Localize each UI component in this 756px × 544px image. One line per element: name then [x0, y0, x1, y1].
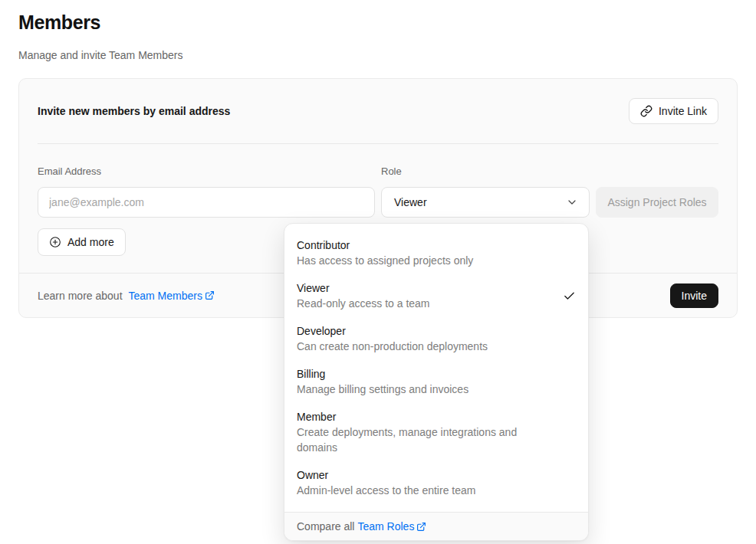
external-link-icon — [205, 290, 215, 300]
plus-circle-icon — [49, 236, 61, 248]
page-subtitle: Manage and invite Team Members — [18, 49, 738, 61]
team-members-link[interactable]: Team Members — [128, 290, 214, 302]
role-dropdown: Contributor Has access to assigned proje… — [284, 223, 589, 541]
role-option[interactable]: Member Create deployments, manage integr… — [284, 403, 588, 461]
role-option[interactable]: Viewer Read-only access to a team — [284, 274, 588, 317]
invite-button[interactable]: Invite — [670, 283, 718, 308]
role-option-description: Admin-level access to the entire team — [297, 483, 475, 498]
external-link-icon — [416, 522, 426, 532]
check-icon — [563, 290, 576, 303]
role-option-description: Read-only access to a team — [297, 296, 430, 311]
card-header: Invite new members by email address Invi… — [19, 79, 737, 143]
email-input[interactable] — [38, 187, 375, 218]
chevron-down-icon — [566, 196, 578, 208]
invite-form: Email Address Role Viewer Assign Project… — [38, 165, 718, 218]
learn-more-text: Learn more about Team Members — [38, 290, 215, 302]
invite-link-button[interactable]: Invite Link — [629, 98, 718, 124]
card-header-title: Invite new members by email address — [38, 105, 230, 117]
role-option-description: Can create non-production deployments — [297, 339, 488, 354]
role-dropdown-footer: Compare all Team Roles — [284, 512, 588, 540]
invite-link-label: Invite Link — [659, 105, 707, 117]
role-option-title: Member — [297, 409, 554, 424]
email-address-label: Email Address — [38, 165, 375, 178]
role-option-description: Manage billing settings and invoices — [297, 382, 468, 397]
role-option-description: Create deployments, manage integrations … — [297, 424, 554, 455]
add-more-label: Add more — [67, 236, 114, 248]
role-option[interactable]: Billing Manage billing settings and invo… — [284, 360, 588, 403]
role-option-title: Billing — [297, 366, 468, 382]
members-page: Members Manage and invite Team Members I… — [0, 0, 756, 544]
assign-project-roles-button[interactable]: Assign Project Roles — [596, 187, 718, 218]
page-title: Members — [18, 11, 738, 34]
role-select-value: Viewer — [394, 196, 427, 208]
compare-all-text: Compare all — [297, 520, 354, 533]
role-option[interactable]: Contributor Has access to assigned proje… — [284, 231, 588, 274]
role-option-title: Contributor — [297, 238, 473, 253]
role-options-list: Contributor Has access to assigned proje… — [284, 224, 588, 512]
role-option-title: Developer — [297, 323, 488, 339]
link-icon — [640, 105, 652, 117]
role-option-title: Owner — [297, 467, 475, 483]
role-select[interactable]: Viewer — [381, 187, 590, 218]
team-roles-link[interactable]: Team Roles — [357, 520, 426, 533]
add-more-button[interactable]: Add more — [38, 228, 126, 256]
role-label: Role — [381, 165, 590, 178]
role-option-description: Has access to assigned projects only — [297, 253, 473, 268]
role-option[interactable]: Developer Can create non-production depl… — [284, 317, 588, 360]
role-option[interactable]: Owner Admin-level access to the entire t… — [284, 461, 588, 504]
role-option-title: Viewer — [297, 280, 430, 296]
